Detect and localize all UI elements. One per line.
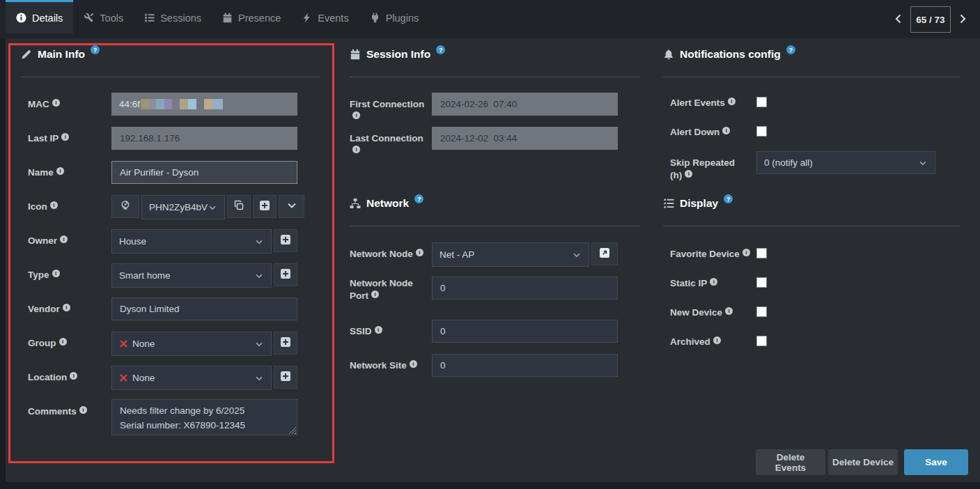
info-icon xyxy=(70,372,77,380)
add-group-button[interactable] xyxy=(274,332,297,355)
field-label-static-ip: Static IP xyxy=(670,277,755,290)
tab-details[interactable]: Details xyxy=(6,0,73,33)
owner-field-row: House xyxy=(111,229,297,254)
info-icon xyxy=(61,133,69,141)
next-device-button[interactable] xyxy=(953,6,972,33)
location-select[interactable]: None xyxy=(111,366,272,390)
copy-icon-button[interactable] xyxy=(227,195,251,218)
list-ol-icon xyxy=(144,13,155,23)
save-button[interactable]: Save xyxy=(904,449,968,475)
tab-presence[interactable]: Presence xyxy=(212,0,291,33)
device-icon-preview-button[interactable] xyxy=(111,195,139,218)
help-icon[interactable] xyxy=(786,45,795,54)
field-label-network-node: Network Node xyxy=(350,248,430,261)
tasks-icon xyxy=(663,198,674,209)
external-link-icon xyxy=(599,247,610,261)
network-node-port-field[interactable] xyxy=(432,277,618,300)
field-label-network-site: Network Site xyxy=(350,359,430,372)
prev-device-button[interactable] xyxy=(889,6,908,33)
mac-value: 44:6f xyxy=(119,99,140,109)
chevron-down-icon xyxy=(286,200,297,213)
field-label-network-node-port: Network Node Port xyxy=(350,277,419,302)
static-ip-checkbox[interactable] xyxy=(756,277,767,288)
group-select[interactable]: None xyxy=(111,332,272,356)
field-label-alert-down: Alert Down xyxy=(670,126,752,139)
calendar-icon xyxy=(350,49,361,60)
x-icon xyxy=(119,373,128,382)
info-icon xyxy=(50,201,58,209)
skip-repeated-value: 0 (notify all) xyxy=(764,157,813,168)
plug-icon xyxy=(370,13,380,23)
delete-device-button[interactable]: Delete Device xyxy=(828,449,898,475)
tab-events[interactable]: Events xyxy=(291,0,359,33)
field-label-type: Type xyxy=(28,269,106,281)
x-icon xyxy=(119,339,128,348)
alert-events-checkbox[interactable] xyxy=(756,97,767,107)
type-field-row: Smart home xyxy=(111,263,297,288)
comments-field[interactable]: Needs filter change by 6/2025 Serial num… xyxy=(111,399,297,435)
chevron-left-icon xyxy=(893,13,904,26)
divider xyxy=(663,77,960,77)
add-icon-button[interactable] xyxy=(253,195,277,218)
add-type-button[interactable] xyxy=(274,263,297,286)
tab-label: Sessions xyxy=(160,13,201,24)
info-icon xyxy=(59,338,67,346)
copy-icon xyxy=(233,200,244,213)
tab-tools[interactable]: Tools xyxy=(73,0,134,33)
help-icon[interactable] xyxy=(724,194,733,203)
field-label-group: Group xyxy=(28,337,106,350)
vendor-field[interactable] xyxy=(111,297,297,320)
owner-value: House xyxy=(119,236,146,247)
device-counter: 65 / 73 xyxy=(910,6,951,33)
group-field-row: None xyxy=(111,332,297,356)
sitemap-icon xyxy=(350,198,361,209)
network-site-field[interactable] xyxy=(432,354,618,377)
icon-select-value: PHN2ZyB4bV xyxy=(149,202,208,212)
info-icon xyxy=(410,360,417,368)
section-title-main-info: Main Info xyxy=(21,48,100,61)
delete-events-button[interactable]: Delete Events xyxy=(756,449,825,475)
name-field[interactable] xyxy=(111,161,297,184)
icon-field-row: PHN2ZyB4bV xyxy=(111,195,297,219)
alert-down-checkbox[interactable] xyxy=(756,126,767,137)
favorite-device-checkbox[interactable] xyxy=(756,248,767,258)
help-icon[interactable] xyxy=(436,45,445,54)
help-icon[interactable] xyxy=(91,45,100,54)
network-node-select[interactable]: Net - AP xyxy=(432,242,589,267)
info-icon xyxy=(60,235,68,243)
chevron-down-icon xyxy=(254,373,264,383)
group-value: None xyxy=(132,339,155,349)
open-network-node-button[interactable] xyxy=(591,242,618,265)
field-label-ssid: SSID xyxy=(350,325,430,338)
chevron-down-icon xyxy=(254,237,264,247)
owner-select[interactable]: House xyxy=(111,229,272,254)
archived-checkbox[interactable] xyxy=(756,336,767,346)
tab-plugins[interactable]: Plugins xyxy=(359,0,430,33)
help-icon[interactable] xyxy=(414,194,423,203)
field-label-favorite-device: Favorite Device xyxy=(670,248,755,261)
section-title-display: Display xyxy=(663,197,733,210)
field-label-icon: Icon xyxy=(28,201,106,213)
info-icon xyxy=(742,249,750,256)
ssid-field[interactable] xyxy=(432,320,618,343)
tab-label: Events xyxy=(318,13,348,24)
section-title: Display xyxy=(680,197,718,210)
field-label-alert-events: Alert Events xyxy=(670,97,752,109)
new-device-checkbox[interactable] xyxy=(756,306,767,317)
type-select[interactable]: Smart home xyxy=(111,263,272,288)
info-icon xyxy=(352,146,360,153)
divider xyxy=(350,226,639,226)
type-value: Smart home xyxy=(119,270,171,281)
skip-repeated-select[interactable]: 0 (notify all) xyxy=(756,151,935,174)
field-label-location: Location xyxy=(28,371,106,384)
add-owner-button[interactable] xyxy=(274,229,297,252)
location-value: None xyxy=(132,373,155,383)
expand-icons-button[interactable] xyxy=(279,195,304,218)
info-icon xyxy=(710,278,717,286)
field-label-mac: MAC xyxy=(28,98,106,111)
divider xyxy=(21,77,320,77)
tab-sessions[interactable]: Sessions xyxy=(134,0,212,33)
icon-select[interactable]: PHN2ZyB4bV xyxy=(141,195,225,219)
tab-list: Details Tools Sessions Presence xyxy=(0,0,980,38)
add-location-button[interactable] xyxy=(274,366,297,389)
